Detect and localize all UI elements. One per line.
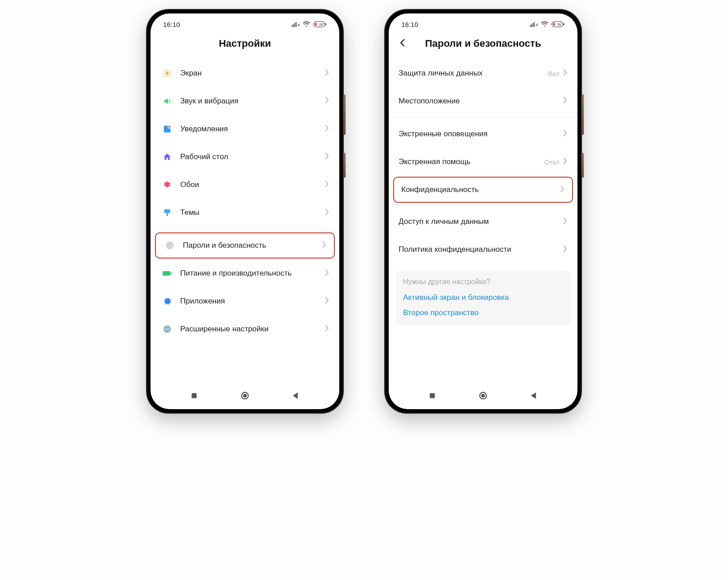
- row-home[interactable]: Рабочий стол: [153, 143, 337, 171]
- row-privacy-policy[interactable]: Политика конфиденциальности: [391, 236, 575, 263]
- chevron-right-icon: [563, 217, 568, 226]
- row-wallpaper[interactable]: Обои: [153, 171, 337, 199]
- row-emergency-sos[interactable]: Экстренная помощь Откл: [391, 148, 575, 176]
- svg-rect-28: [171, 272, 172, 274]
- header: Пароли и безопасность: [389, 35, 577, 59]
- svg-rect-8: [315, 23, 317, 26]
- svg-rect-36: [530, 25, 531, 27]
- navigation-bar: [389, 384, 577, 409]
- screen-right: 16:10 20 Пароли и безопасность: [389, 13, 577, 409]
- row-confidentiality[interactable]: Конфиденциальность: [393, 177, 573, 203]
- row-label: Экстренная помощь: [399, 157, 544, 166]
- suggestion-link-lockscreen[interactable]: Активный экран и блокировка: [403, 293, 563, 302]
- fingerprint-icon: [163, 241, 177, 250]
- row-apps[interactable]: Приложения: [153, 287, 337, 315]
- volume-rocker[interactable]: [343, 94, 346, 135]
- flower-icon: [160, 180, 174, 189]
- section-privacy-basic: Защита личных данных Вкл Местоположение: [391, 59, 575, 115]
- wifi-icon: [302, 21, 311, 27]
- row-label: Экран: [180, 69, 325, 78]
- svg-rect-1: [293, 24, 294, 27]
- chevron-right-icon: [325, 325, 329, 334]
- section-system: Пароли и безопасность Питание и производ…: [153, 228, 337, 343]
- chevron-right-icon: [325, 297, 329, 306]
- svg-point-49: [481, 394, 485, 397]
- power-button[interactable]: [582, 153, 584, 178]
- svg-point-25: [168, 243, 172, 248]
- svg-line-19: [169, 71, 170, 71]
- section-display: Экран Звук и вибрация Уведомления: [153, 59, 337, 227]
- svg-rect-37: [531, 24, 532, 27]
- nav-back-button[interactable]: [529, 391, 539, 401]
- nav-back-button[interactable]: [291, 391, 301, 401]
- row-value: Вкл: [548, 70, 560, 77]
- row-sound[interactable]: Звук и вибрация: [153, 87, 337, 115]
- row-display[interactable]: Экран: [153, 59, 337, 87]
- svg-point-11: [166, 72, 169, 75]
- row-passwords-security[interactable]: Пароли и безопасность: [155, 232, 335, 259]
- row-label: Конфиденциальность: [401, 185, 560, 194]
- svg-rect-0: [292, 25, 293, 27]
- back-button[interactable]: [399, 39, 407, 47]
- chevron-right-icon: [563, 157, 568, 166]
- nav-home-button[interactable]: [240, 391, 250, 401]
- chevron-right-icon: [563, 129, 568, 138]
- status-time: 16:10: [401, 21, 418, 28]
- row-label: Уведомления: [180, 125, 325, 134]
- svg-rect-22: [164, 210, 170, 213]
- svg-point-31: [167, 329, 168, 330]
- suggestion-link-second-space[interactable]: Второе пространство: [403, 308, 563, 317]
- svg-rect-38: [533, 23, 533, 27]
- row-label: Питание и производительность: [180, 269, 325, 278]
- row-label: Доступ к личным данным: [399, 217, 563, 226]
- chevron-right-icon: [563, 97, 568, 106]
- row-battery-perf[interactable]: Питание и производительность: [153, 259, 337, 287]
- row-advanced[interactable]: Расширенные настройки: [153, 315, 337, 343]
- row-themes[interactable]: Темы: [153, 199, 337, 227]
- nav-home-button[interactable]: [478, 391, 488, 401]
- svg-text:20: 20: [557, 22, 561, 27]
- sun-icon: [160, 69, 174, 78]
- svg-rect-4: [297, 25, 298, 26]
- row-notifications[interactable]: Уведомления: [153, 115, 337, 143]
- chevron-right-icon: [325, 69, 329, 78]
- svg-point-21: [168, 125, 171, 129]
- svg-line-17: [169, 75, 170, 76]
- row-label: Местоположение: [399, 97, 563, 106]
- row-privacy-protection[interactable]: Защита личных данных Вкл: [391, 59, 575, 87]
- svg-line-16: [164, 71, 165, 71]
- status-bar: 16:10 20: [389, 13, 577, 35]
- volume-rocker[interactable]: [582, 94, 584, 135]
- nav-recent-button[interactable]: [189, 391, 199, 401]
- svg-rect-6: [299, 24, 299, 26]
- svg-rect-41: [536, 24, 537, 26]
- row-emergency-alerts[interactable]: Экстренные оповещения: [391, 120, 575, 148]
- row-location[interactable]: Местоположение: [391, 87, 575, 115]
- svg-point-32: [169, 329, 170, 330]
- chevron-right-icon: [563, 245, 568, 254]
- svg-rect-39: [534, 22, 535, 27]
- chevron-right-icon: [560, 185, 565, 194]
- svg-rect-23: [166, 213, 168, 216]
- chevron-right-icon: [325, 180, 329, 189]
- section-policy: Доступ к личным данным Политика конфиден…: [391, 205, 575, 263]
- chevron-right-icon: [563, 69, 568, 78]
- signal-icon: [530, 21, 538, 27]
- gear-icon: [160, 297, 174, 306]
- svg-rect-33: [191, 393, 196, 398]
- chevron-right-icon: [325, 208, 329, 217]
- row-label: Защита личных данных: [399, 69, 548, 78]
- svg-rect-27: [163, 271, 170, 276]
- row-label: Политика конфиденциальности: [399, 245, 563, 254]
- nav-recent-button[interactable]: [427, 391, 437, 401]
- row-label: Приложения: [180, 297, 325, 306]
- svg-point-35: [243, 394, 247, 397]
- page-title: Пароли и безопасность: [425, 38, 541, 49]
- home-icon: [160, 152, 174, 161]
- power-button[interactable]: [343, 153, 346, 178]
- svg-point-30: [165, 329, 166, 330]
- row-personal-data-access[interactable]: Доступ к личным данным: [391, 208, 575, 236]
- chevron-right-icon: [325, 97, 329, 106]
- signal-icon: [292, 21, 300, 27]
- svg-rect-42: [537, 24, 537, 26]
